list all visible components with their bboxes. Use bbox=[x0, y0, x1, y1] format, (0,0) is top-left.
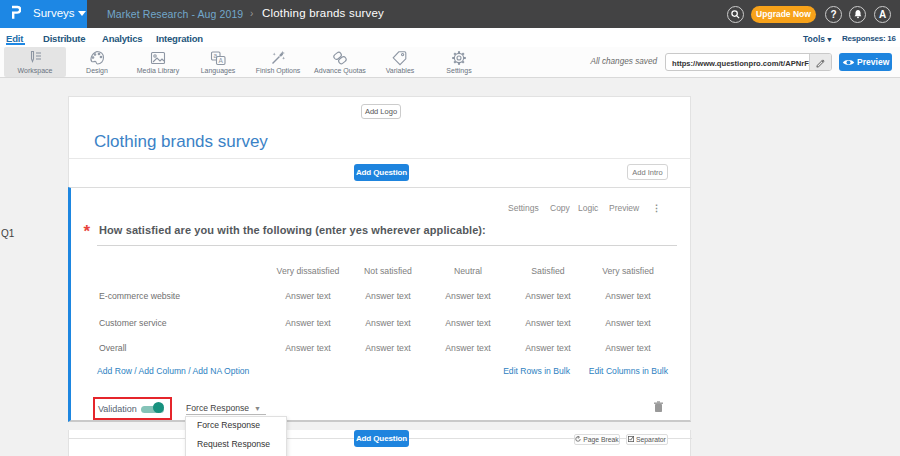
svg-text:A: A bbox=[219, 57, 224, 64]
svg-text:a: a bbox=[213, 52, 217, 59]
